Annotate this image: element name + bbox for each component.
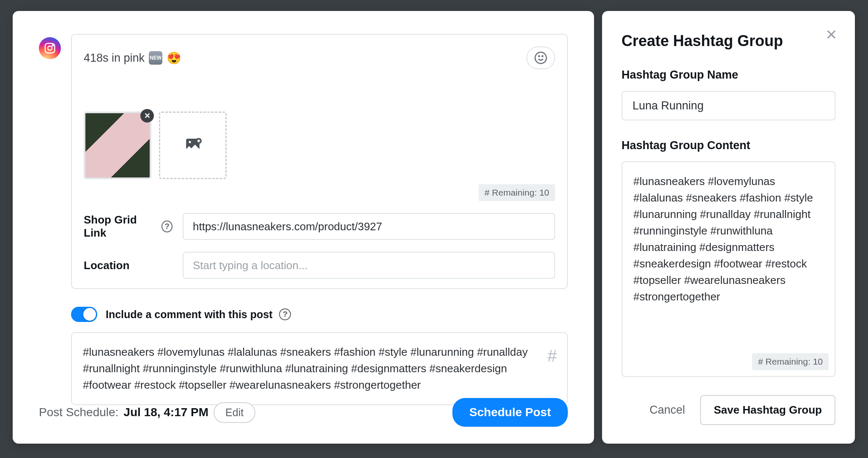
shop-grid-link-label: Shop Grid Link ? <box>84 213 173 240</box>
svg-point-3 <box>535 52 547 64</box>
post-schedule-text: Post Schedule: Jul 18, 4:17 PM Edit <box>39 402 255 423</box>
edit-schedule-button[interactable]: Edit <box>214 402 255 423</box>
comment-textarea[interactable]: #lunasneakers #lovemylunas #lalalunas #s… <box>71 332 568 405</box>
group-name-input[interactable] <box>622 91 835 120</box>
help-icon[interactable]: ? <box>162 221 173 232</box>
help-icon[interactable]: ? <box>279 308 291 320</box>
hashtag-icon[interactable]: # <box>548 343 557 368</box>
hashtag-remaining-badge: # Remaining: 10 <box>752 353 829 370</box>
location-input[interactable] <box>183 252 555 279</box>
caption-input[interactable]: 418s in pink NEW 😍 <box>84 51 181 65</box>
cancel-button[interactable]: Cancel <box>649 403 685 417</box>
emoji-picker-button[interactable] <box>526 46 555 69</box>
new-badge-icon: NEW <box>149 51 162 65</box>
heart-eyes-emoji: 😍 <box>167 51 181 65</box>
media-thumbnail[interactable]: ✕ <box>84 112 151 179</box>
create-hashtag-group-panel: ✕ Create Hashtag Group Hashtag Group Nam… <box>602 11 855 444</box>
include-comment-label: Include a comment with this post ? <box>106 308 291 321</box>
svg-point-4 <box>539 56 539 57</box>
group-content-textarea[interactable] <box>622 162 835 376</box>
compose-box: 418s in pink NEW 😍 ✕ <box>71 34 568 289</box>
group-content-label: Hashtag Group Content <box>622 139 835 152</box>
group-name-label: Hashtag Group Name <box>622 68 835 82</box>
include-comment-toggle[interactable] <box>71 307 97 322</box>
add-media-button[interactable] <box>159 112 227 179</box>
caption-text: 418s in pink <box>84 52 145 65</box>
panel-title: Create Hashtag Group <box>622 32 835 50</box>
comment-text: #lunasneakers #lovemylunas #lalalunas #s… <box>83 346 528 391</box>
location-label: Location <box>84 259 173 272</box>
save-hashtag-group-button[interactable]: Save Hashtag Group <box>700 395 835 425</box>
remove-media-icon[interactable]: ✕ <box>140 109 154 123</box>
shop-grid-link-input[interactable] <box>183 213 555 240</box>
instagram-icon <box>39 37 61 59</box>
hashtag-remaining-badge: # Remaining: 10 <box>479 184 555 201</box>
svg-point-5 <box>542 56 543 57</box>
svg-point-2 <box>52 45 54 46</box>
compose-post-modal: 418s in pink NEW 😍 ✕ <box>13 11 594 444</box>
close-icon[interactable]: ✕ <box>825 26 837 43</box>
svg-point-1 <box>48 46 52 50</box>
schedule-post-button[interactable]: Schedule Post <box>452 398 568 427</box>
